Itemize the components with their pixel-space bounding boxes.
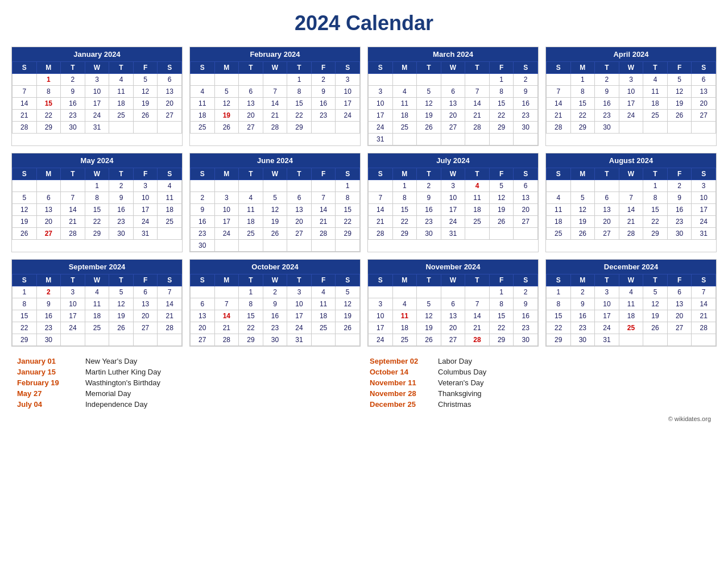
day-cell[interactable]: 10: [595, 298, 619, 310]
day-cell[interactable]: 29: [287, 122, 312, 134]
day-cell[interactable]: 1: [547, 286, 571, 298]
day-cell[interactable]: 26: [643, 322, 668, 334]
day-cell[interactable]: 20: [133, 310, 158, 322]
day-cell[interactable]: 30: [595, 122, 619, 134]
day-cell[interactable]: 20: [36, 216, 61, 228]
day-cell[interactable]: 1: [85, 180, 109, 192]
day-cell[interactable]: 2: [61, 74, 85, 86]
day-cell[interactable]: 11: [392, 310, 417, 322]
day-cell[interactable]: 28: [465, 334, 490, 346]
day-cell[interactable]: 19: [417, 110, 441, 122]
day-cell[interactable]: 7: [311, 192, 336, 204]
day-cell[interactable]: 19: [336, 310, 360, 322]
day-cell[interactable]: [667, 122, 692, 134]
day-cell[interactable]: 31: [369, 134, 393, 145]
day-cell[interactable]: 17: [619, 98, 643, 110]
day-cell[interactable]: [465, 286, 490, 298]
day-cell[interactable]: [489, 134, 514, 145]
day-cell[interactable]: [133, 122, 158, 134]
day-cell[interactable]: 13: [239, 98, 263, 110]
day-cell[interactable]: [417, 134, 441, 145]
day-cell[interactable]: 30: [191, 240, 215, 252]
day-cell[interactable]: [13, 180, 37, 192]
day-cell[interactable]: 16: [109, 204, 134, 216]
day-cell[interactable]: [595, 180, 619, 192]
day-cell[interactable]: 13: [595, 204, 619, 216]
day-cell[interactable]: 23: [417, 216, 441, 228]
day-cell[interactable]: 14: [369, 204, 393, 216]
day-cell[interactable]: 1: [489, 286, 514, 298]
day-cell[interactable]: [547, 74, 571, 86]
day-cell[interactable]: 23: [109, 216, 134, 228]
day-cell[interactable]: 6: [595, 192, 619, 204]
day-cell[interactable]: [263, 74, 287, 86]
day-cell[interactable]: 30: [417, 228, 441, 240]
day-cell[interactable]: 20: [158, 98, 182, 110]
day-cell[interactable]: 10: [441, 192, 465, 204]
day-cell[interactable]: [619, 334, 643, 346]
day-cell[interactable]: 17: [441, 204, 465, 216]
day-cell[interactable]: 14: [465, 98, 490, 110]
day-cell[interactable]: 18: [392, 110, 417, 122]
day-cell[interactable]: [109, 334, 134, 346]
day-cell[interactable]: 3: [692, 180, 716, 192]
day-cell[interactable]: 22: [547, 322, 571, 334]
day-cell[interactable]: 25: [158, 216, 182, 228]
day-cell[interactable]: 15: [392, 204, 417, 216]
day-cell[interactable]: 6: [692, 74, 716, 86]
day-cell[interactable]: 29: [489, 122, 514, 134]
day-cell[interactable]: [239, 240, 263, 252]
day-cell[interactable]: 20: [441, 322, 465, 334]
day-cell[interactable]: 26: [417, 122, 441, 134]
day-cell[interactable]: 22: [239, 322, 263, 334]
day-cell[interactable]: 26: [214, 122, 239, 134]
day-cell[interactable]: 18: [239, 216, 263, 228]
day-cell[interactable]: 7: [547, 86, 571, 98]
day-cell[interactable]: 15: [570, 98, 595, 110]
day-cell[interactable]: 26: [570, 228, 595, 240]
day-cell[interactable]: 8: [489, 86, 514, 98]
day-cell[interactable]: 5: [417, 86, 441, 98]
day-cell[interactable]: 18: [392, 322, 417, 334]
day-cell[interactable]: 26: [109, 322, 134, 334]
day-cell[interactable]: 18: [619, 310, 643, 322]
day-cell[interactable]: 21: [61, 216, 85, 228]
day-cell[interactable]: 12: [667, 86, 692, 98]
day-cell[interactable]: [158, 122, 182, 134]
day-cell[interactable]: 22: [392, 216, 417, 228]
day-cell[interactable]: 22: [489, 110, 514, 122]
day-cell[interactable]: 7: [465, 298, 490, 310]
day-cell[interactable]: 3: [85, 74, 109, 86]
day-cell[interactable]: 26: [13, 228, 37, 240]
day-cell[interactable]: [311, 122, 336, 134]
day-cell[interactable]: 10: [214, 204, 239, 216]
day-cell[interactable]: 21: [263, 110, 287, 122]
day-cell[interactable]: [336, 334, 360, 346]
day-cell[interactable]: 13: [441, 310, 465, 322]
day-cell[interactable]: 17: [133, 204, 158, 216]
day-cell[interactable]: 21: [214, 322, 239, 334]
day-cell[interactable]: 21: [311, 216, 336, 228]
day-cell[interactable]: 27: [441, 334, 465, 346]
day-cell[interactable]: 24: [287, 322, 312, 334]
day-cell[interactable]: 20: [595, 216, 619, 228]
day-cell[interactable]: 18: [109, 98, 134, 110]
day-cell[interactable]: 19: [109, 310, 134, 322]
day-cell[interactable]: 21: [369, 216, 393, 228]
day-cell[interactable]: 1: [643, 180, 668, 192]
day-cell[interactable]: [214, 74, 239, 86]
day-cell[interactable]: [417, 286, 441, 298]
day-cell[interactable]: 4: [239, 192, 263, 204]
day-cell[interactable]: [692, 334, 716, 346]
day-cell[interactable]: 11: [619, 298, 643, 310]
day-cell[interactable]: [109, 122, 134, 134]
day-cell[interactable]: 22: [489, 322, 514, 334]
day-cell[interactable]: 24: [595, 322, 619, 334]
day-cell[interactable]: 2: [514, 74, 538, 86]
day-cell[interactable]: 21: [547, 110, 571, 122]
day-cell[interactable]: 21: [465, 110, 490, 122]
day-cell[interactable]: 14: [214, 310, 239, 322]
day-cell[interactable]: [13, 74, 37, 86]
day-cell[interactable]: 22: [85, 216, 109, 228]
day-cell[interactable]: 14: [263, 98, 287, 110]
